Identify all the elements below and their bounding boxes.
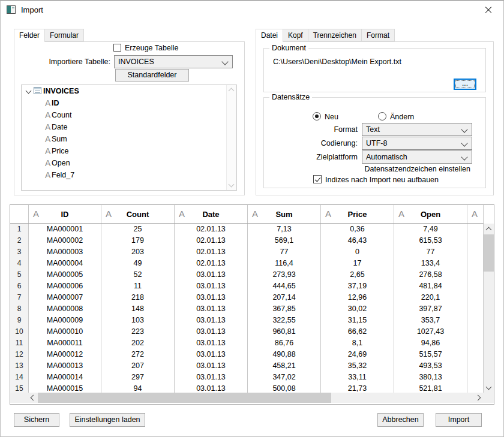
import-table-value: INVOICES [118,58,154,66]
table-cell: 569,1 [248,235,321,246]
table-cell: 133,4 [394,258,467,269]
table-row[interactable]: 8MA00000814803.01.13367,8530,02397,87 [10,303,484,315]
tree-field-open[interactable]: AOpen [22,157,236,169]
table-cell: 52 [101,269,175,281]
tab-formular[interactable]: Formular [45,29,84,41]
table-cell: 46,43 [321,235,394,246]
table-row[interactable]: 11MA00001120203.01.1386,768,194,86 [10,337,484,349]
table-cell: 03.01.13 [175,315,248,326]
table-row[interactable]: 13MA00001320703.01.13458,2135,32493,53 [10,360,484,372]
hscroll-thumb[interactable] [38,393,331,403]
scroll-left-icon[interactable] [27,393,37,403]
table-row[interactable]: 14MA00001429703.01.13347,0233,11380,13 [10,372,484,383]
table-cell: MA000015 [29,383,101,393]
vertical-scrollbar[interactable] [484,224,494,393]
table-cell: 8,1 [321,337,394,349]
table-cell [467,269,484,281]
horizontal-scrollbar[interactable] [10,393,484,403]
table-row[interactable]: 12MA00001227203.01.13490,8824,69515,57 [10,349,484,360]
table-cell: 322,55 [248,315,321,326]
scroll-down-icon[interactable] [229,182,235,188]
table-cell: 116,4 [248,258,321,269]
table-row[interactable]: 2MA00000217902.01.13569,146,43615,53 [10,235,484,246]
row-number: 14 [10,372,29,383]
radio-change[interactable] [378,112,386,120]
radio-new[interactable] [313,112,321,120]
import-button[interactable]: Import [436,413,482,427]
table-cell: 03.01.13 [175,326,248,337]
tree-field-id[interactable]: AID [22,97,236,109]
table-row[interactable]: 1MA0000012502.01.137,130,367,49 [10,224,484,235]
browse-button[interactable]: ... [454,79,476,90]
import-dialog: Import FelderFormular Erzeuge Tabelle Im… [0,0,504,437]
scroll-up-icon[interactable] [229,88,235,94]
document-group: Dokument C:\Users\Deni\Desktop\Mein Expo… [263,48,486,92]
table-cell: 207 [101,360,175,372]
table-cell: MA000007 [29,292,101,303]
row-number: 10 [10,326,29,337]
table-cell [467,224,484,235]
table-row[interactable]: 9MA00000910303.01.13322,5531,15353,7 [10,315,484,326]
record-end-link[interactable]: Datensatzendzeichen einstellen [364,165,470,173]
field-tree: INVOICES AIDACountADateASumAPriceAOpenAF… [21,85,237,191]
table-cell: 223 [101,326,175,337]
table-cell: 37,19 [321,281,394,292]
table-row[interactable]: 4MA0000044902.01.13116,417133,4 [10,258,484,269]
tab-format[interactable]: Format [362,29,395,41]
create-table-checkbox[interactable] [113,44,121,52]
table-row[interactable]: 15MA0000159403.01.13500,0821,73521,81 [10,383,484,393]
row-number: 6 [10,281,29,292]
table-row[interactable]: 6MA0000061103.01.13444,6537,19481,84 [10,281,484,292]
table-row[interactable]: 7MA00000721803.01.13207,1412,96220,1 [10,292,484,303]
tree-scrollbar[interactable] [226,85,236,190]
tab-trennzeichen[interactable]: Trennzeichen [308,29,362,41]
scroll-down-icon[interactable] [484,382,494,393]
table-icon [34,87,41,94]
scroll-right-icon[interactable] [473,393,484,403]
table-cell: 218 [101,292,175,303]
tree-field-count[interactable]: ACount [22,109,236,121]
rebuild-indexes-checkbox[interactable] [313,175,322,183]
close-icon[interactable] [482,4,495,17]
tree-field-feld_7[interactable]: AFeld_7 [22,169,236,181]
records-group: Datensätze Neu Ändern Format Text Codier… [263,97,486,188]
table-cell: 444,65 [248,281,321,292]
table-cell: 220,1 [394,292,467,303]
text-type-icon: A [45,122,50,132]
table-cell: 77 [248,246,321,258]
table-cell: 207,14 [248,292,321,303]
import-table-select[interactable]: INVOICES [114,55,233,68]
tab-datei[interactable]: Datei [256,29,283,42]
standard-fields-button[interactable]: Standardfelder [115,69,189,82]
load-settings-button[interactable]: Einstellungen laden [70,413,145,427]
text-type-icon: A [45,134,50,144]
table-row[interactable]: 5MA0000055203.01.13273,932,65276,58 [10,269,484,281]
vscroll-thumb[interactable] [484,234,494,272]
row-number: 7 [10,292,29,303]
scroll-up-icon[interactable] [484,224,494,234]
table-cell: 615,53 [394,235,467,246]
chevron-expanded-icon[interactable] [26,88,32,94]
row-number: 15 [10,383,29,393]
tab-kopf[interactable]: Kopf [283,29,308,41]
column-header-id: AID [29,205,101,223]
table-row[interactable]: 10MA00001022303.01.13960,8166,621027,43 [10,326,484,337]
cancel-button[interactable]: Abbrechen [377,413,424,427]
table-cell: 33,11 [321,372,394,383]
tree-field-sum[interactable]: ASum [22,133,236,145]
encoding-select[interactable]: UTF-8 [362,137,472,150]
tree-field-price[interactable]: APrice [22,145,236,157]
table-cell: 7,13 [248,224,321,235]
tree-root-invoices[interactable]: INVOICES [22,85,236,97]
platform-select[interactable]: Automatisch [362,150,472,164]
table-cell: 273,93 [248,269,321,281]
format-select[interactable]: Text [362,123,472,136]
table-cell: MA000013 [29,360,101,372]
row-number: 5 [10,269,29,281]
table-cell: 03.01.13 [175,360,248,372]
tab-felder[interactable]: Felder [14,29,45,42]
table-cell: 272 [101,349,175,360]
save-button[interactable]: Sichern [14,413,59,427]
table-row[interactable]: 3MA00000320302.01.1377077 [10,246,484,258]
tree-field-date[interactable]: ADate [22,121,236,133]
